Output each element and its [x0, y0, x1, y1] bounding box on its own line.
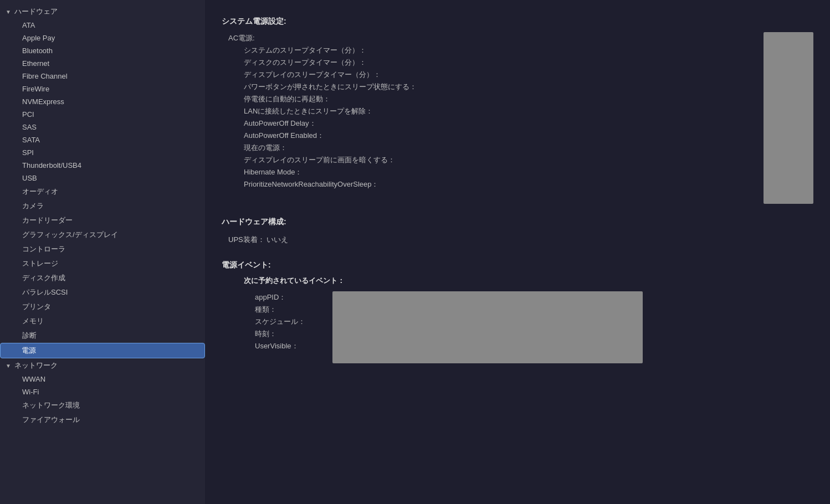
ac-row-label-3: パワーボタンが押されたときにスリープ状態にする： — [244, 82, 432, 92]
ac-section: AC電源: システムのスリープタイマー（分）：ディスクのスリープタイマー（分）：… — [222, 32, 813, 204]
sidebar-item-storage[interactable]: ストレージ — [0, 256, 205, 271]
sidebar-group-hardware[interactable]: ▼ ハードウェア — [0, 4, 205, 19]
chevron-down-icon-2: ▼ — [6, 363, 11, 369]
system-power-title: システム電源設定: — [222, 17, 813, 27]
ups-row: UPS装着： いいえ — [222, 233, 813, 247]
sidebar-item-nvmexpress[interactable]: NVMExpress — [0, 95, 205, 108]
ac-row-label-10: Hibernate Mode： — [244, 167, 432, 177]
ac-row-label-11: PrioritizeNetworkReachabilityOverSleep： — [244, 179, 432, 189]
sidebar-group-hardware-label: ハードウェア — [14, 7, 58, 17]
main-content: システム電源設定: AC電源: システムのスリープタイマー（分）：ディスクのスリ… — [205, 0, 830, 504]
power-events-section: 電源イベント: 次に予約されているイベント： appPID：種類：スケジュール：… — [222, 260, 813, 363]
ups-label: UPS装着： — [228, 235, 265, 244]
ac-power-row: AC電源: — [222, 32, 752, 44]
ac-row-1: ディスクのスリープタイマー（分）： — [222, 56, 752, 69]
sidebar-item-bluetooth[interactable]: Bluetooth — [0, 44, 205, 57]
sidebar-item-fibre-channel[interactable]: Fibre Channel — [0, 70, 205, 83]
sidebar-item-firewall[interactable]: ファイアウォール — [0, 413, 205, 427]
ac-row-10: Hibernate Mode： — [222, 166, 752, 178]
sidebar-item-network-env[interactable]: ネットワーク環境 — [0, 398, 205, 413]
ac-row-label-9: ディスプレイのスリープ前に画面を暗くする： — [244, 155, 432, 165]
ac-row-8: 現在の電源： — [222, 142, 752, 154]
scheduled-row-label-0: appPID： — [255, 292, 310, 302]
sidebar-item-thunderbolt[interactable]: Thunderbolt/USB4 — [0, 159, 205, 172]
sidebar-item-usb[interactable]: USB — [0, 172, 205, 184]
sidebar-item-controller[interactable]: コントローラ — [0, 242, 205, 256]
ac-fields: AC電源: システムのスリープタイマー（分）：ディスクのスリープタイマー（分）：… — [222, 32, 752, 204]
sidebar-item-audio[interactable]: オーディオ — [0, 184, 205, 199]
ac-rows-container: システムのスリープタイマー（分）：ディスクのスリープタイマー（分）：ディスプレイ… — [222, 44, 752, 191]
ac-row-7: AutoPowerOff Enabled： — [222, 130, 752, 142]
ac-row-label-1: ディスクのスリープタイマー（分）： — [244, 58, 432, 68]
sidebar-item-sas[interactable]: SAS — [0, 121, 205, 133]
ups-value: いいえ — [267, 235, 288, 244]
scheduled-row-4: UserVisible： — [255, 340, 321, 352]
ac-row-label-5: LANに接続したときにスリープを解除： — [244, 106, 432, 116]
scheduled-row-0: appPID： — [255, 291, 321, 304]
sidebar-item-disk-creation[interactable]: ディスク作成 — [0, 271, 205, 285]
system-power-section: システム電源設定: AC電源: システムのスリープタイマー（分）：ディスクのスリ… — [222, 17, 813, 204]
sidebar-group-network[interactable]: ▼ ネットワーク — [0, 358, 205, 373]
hardware-config-section: ハードウェア構成: UPS装着： いいえ — [222, 217, 813, 247]
scheduled-event-graphic — [332, 291, 643, 363]
ac-row-label-2: ディスプレイのスリープタイマー（分）： — [244, 70, 432, 80]
ac-row-2: ディスプレイのスリープタイマー（分）： — [222, 69, 752, 81]
sidebar-item-apple-pay[interactable]: Apple Pay — [0, 32, 205, 44]
scheduled-events-title: 次に予約されているイベント： — [244, 276, 813, 286]
ac-row-label-0: システムのスリープタイマー（分）： — [244, 45, 432, 55]
sidebar-item-memory[interactable]: メモリ — [0, 314, 205, 328]
sidebar-item-parallel-scsi[interactable]: パラレルSCSI — [0, 285, 205, 300]
chevron-down-icon: ▼ — [6, 9, 11, 15]
sidebar-item-wifi[interactable]: Wi-Fi — [0, 385, 205, 398]
sidebar-item-printer[interactable]: プリンタ — [0, 300, 205, 314]
scheduled-event-fields: appPID：種類：スケジュール：時刻：UserVisible： — [255, 291, 321, 363]
sidebar-item-sata[interactable]: SATA — [0, 133, 205, 146]
sidebar-item-camera[interactable]: カメラ — [0, 199, 205, 213]
sidebar-item-spi[interactable]: SPI — [0, 146, 205, 159]
sidebar-item-graphics[interactable]: グラフィックス/ディスプレイ — [0, 228, 205, 242]
ac-row-label-4: 停電後に自動的に再起動： — [244, 94, 432, 104]
ac-graphic — [764, 32, 813, 204]
ac-row-5: LANに接続したときにスリープを解除： — [222, 105, 752, 117]
scheduled-row-label-4: UserVisible： — [255, 341, 310, 351]
sidebar-item-ata[interactable]: ATA — [0, 19, 205, 32]
ac-row-4: 停電後に自動的に再起動： — [222, 93, 752, 105]
hardware-config-title: ハードウェア構成: — [222, 217, 813, 227]
ac-row-label-7: AutoPowerOff Enabled： — [244, 131, 432, 141]
power-events-title: 電源イベント: — [222, 260, 813, 270]
scheduled-row-label-1: 種類： — [255, 305, 310, 315]
ac-row-label-8: 現在の電源： — [244, 143, 432, 153]
sidebar-item-pci[interactable]: PCI — [0, 108, 205, 121]
sidebar-item-wwan[interactable]: WWAN — [0, 373, 205, 385]
sidebar-item-ethernet[interactable]: Ethernet — [0, 57, 205, 70]
ac-row-6: AutoPowerOff Delay： — [222, 117, 752, 130]
ac-row-0: システムのスリープタイマー（分）： — [222, 44, 752, 56]
sidebar-hardware-items: ATAApple PayBluetoothEthernetFibre Chann… — [0, 19, 205, 358]
ac-row-3: パワーボタンが押されたときにスリープ状態にする： — [222, 81, 752, 93]
sidebar-group-network-label: ネットワーク — [14, 361, 58, 371]
scheduled-row-3: 時刻： — [255, 328, 321, 340]
ac-row-9: ディスプレイのスリープ前に画面を暗くする： — [222, 154, 752, 166]
scheduled-row-label-3: 時刻： — [255, 329, 310, 339]
sidebar: ▼ ハードウェア ATAApple PayBluetoothEthernetFi… — [0, 0, 205, 504]
sidebar-item-firewire[interactable]: FireWire — [0, 83, 205, 95]
sidebar-item-power[interactable]: 電源 — [0, 343, 205, 358]
ac-power-label: AC電源: — [228, 33, 417, 43]
scheduled-row-1: 種類： — [255, 304, 321, 316]
sidebar-network-items: WWANWi-Fiネットワーク環境ファイアウォール — [0, 373, 205, 427]
scheduled-event-block: appPID：種類：スケジュール：時刻：UserVisible： — [222, 291, 813, 363]
sidebar-item-diagnostics[interactable]: 診断 — [0, 328, 205, 343]
scheduled-row-label-2: スケジュール： — [255, 317, 310, 327]
scheduled-row-2: スケジュール： — [255, 316, 321, 328]
ac-row-11: PrioritizeNetworkReachabilityOverSleep： — [222, 178, 752, 191]
ac-row-label-6: AutoPowerOff Delay： — [244, 119, 432, 128]
sidebar-item-card-reader[interactable]: カードリーダー — [0, 213, 205, 228]
